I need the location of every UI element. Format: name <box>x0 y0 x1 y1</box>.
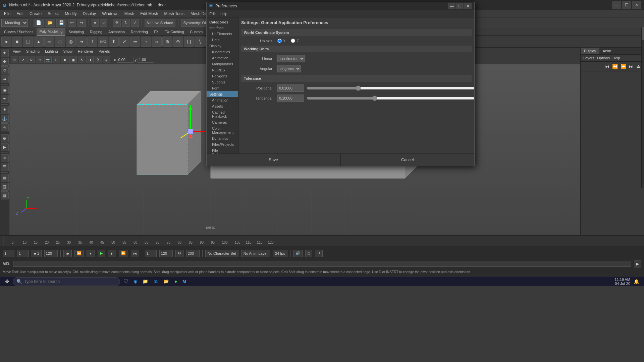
shelf-icon-plane[interactable]: ▭ <box>44 37 54 47</box>
pref-cat-assets[interactable]: Assets <box>207 103 238 109</box>
pref-cat-nurbs[interactable]: NURBS <box>207 67 238 73</box>
shelf-tab-custom[interactable]: Custom <box>187 28 205 36</box>
pref-cancel-btn[interactable]: Cancel <box>341 154 475 166</box>
vp-menu-show[interactable]: Show <box>61 49 75 54</box>
vpt-texture[interactable]: ▣ <box>69 56 77 63</box>
linear-select[interactable]: centimeter millimeter meter foot inch <box>277 55 305 62</box>
menu-select[interactable]: Select <box>45 10 61 17</box>
timeline[interactable]: 5 10 15 20 25 30 35 40 45 50 55 60 65 70… <box>0 235 644 246</box>
menu-mesh-tools[interactable]: Mesh Tools <box>162 10 187 17</box>
shelf-tab-rendering[interactable]: Rendering <box>128 28 151 36</box>
rotate-btn[interactable]: ↻ <box>122 19 130 27</box>
vpt-cam[interactable]: 📷 <box>44 56 52 63</box>
pref-cat-files[interactable]: Files/Projects <box>207 141 238 147</box>
pref-cat-font[interactable]: Font <box>207 85 238 91</box>
layers-btn[interactable]: ≡ <box>1 154 9 162</box>
anim-end-input[interactable] <box>159 250 173 257</box>
pref-cat-animation[interactable]: Animation <box>207 55 238 61</box>
vpt-light[interactable]: ☀ <box>78 56 85 63</box>
close-button[interactable]: ✕ <box>632 1 641 9</box>
files-btn[interactable]: 📂 <box>161 277 171 286</box>
shelf-icon-bridge[interactable]: ═ <box>130 37 140 47</box>
shelf-icon-pipe[interactable]: ◎ <box>66 37 76 47</box>
coord-y-input[interactable] <box>138 57 154 63</box>
vpt-wire[interactable]: □ <box>53 56 60 63</box>
menu-file[interactable]: File <box>1 10 13 17</box>
next-key-btn[interactable]: ⏵ <box>108 250 116 257</box>
vp-menu-view[interactable]: View <box>11 49 23 54</box>
shelf-icon-separate[interactable]: ⊖ <box>173 37 183 47</box>
pref-cat-help[interactable]: Help <box>207 37 238 43</box>
up-axis-y-radio[interactable] <box>277 39 282 43</box>
soft-select-btn[interactable]: ◉ <box>1 86 9 94</box>
go-start-btn[interactable]: ⏮ <box>63 250 72 257</box>
pref-cat-kinematics[interactable]: Kinematics <box>207 49 238 55</box>
fps-btn[interactable]: 24 fps <box>273 250 287 257</box>
vpt-translate[interactable]: ↗ <box>19 56 26 63</box>
ghost-btn[interactable]: □ <box>305 250 312 257</box>
chrome-btn[interactable]: ● <box>172 277 179 286</box>
redo-btn[interactable]: ↪ <box>77 19 86 27</box>
positional-input[interactable] <box>277 84 304 92</box>
vpt-xray[interactable]: X <box>95 56 102 63</box>
loop-btn[interactable]: ↺ <box>315 250 323 257</box>
menu-modify[interactable]: Modify <box>62 10 79 17</box>
node-editor-btn[interactable]: ▥ <box>1 183 9 191</box>
pref-minimize-btn[interactable]: — <box>448 3 455 9</box>
start-button[interactable]: ❖ <box>3 277 11 286</box>
uv-editor-btn[interactable]: ▦ <box>1 191 9 199</box>
rp-ctrl-fwd[interactable]: ⏭ <box>628 63 634 70</box>
rp-tab-display[interactable]: Display <box>581 48 599 54</box>
shelf-tab-fx[interactable]: FX <box>151 28 161 36</box>
shelf-icon-bool-union[interactable]: ⋃ <box>184 37 194 47</box>
vpt-solid[interactable]: ■ <box>61 56 68 63</box>
mode-dropdown[interactable]: Modeling <box>1 19 28 27</box>
next-frame-btn[interactable]: ⏩ <box>119 250 128 257</box>
move-mode-btn[interactable]: ✥ <box>1 58 9 66</box>
scrollbar-thumb[interactable] <box>642 27 644 40</box>
outliner-btn[interactable]: ▤ <box>1 174 9 182</box>
undo-btn[interactable]: ↩ <box>68 19 76 27</box>
rp-ctrl-next[interactable]: ⏩ <box>620 63 627 70</box>
edge-btn[interactable]: ◉ <box>131 277 139 286</box>
pref-cat-ui-elements[interactable]: UI Elements <box>207 31 238 37</box>
shelf-tab-curves[interactable]: Curves / Surfaces <box>1 28 36 36</box>
shelf-icon-cylinder[interactable]: ⎕ <box>23 37 33 47</box>
shelf-tab-poly[interactable]: Poly Modeling <box>37 28 65 36</box>
shelf-icon-text[interactable]: T <box>87 37 97 47</box>
shelf-icon-arrow[interactable]: ➜ <box>76 37 87 47</box>
positional-slider[interactable] <box>307 85 474 91</box>
play-btn[interactable]: ▶ <box>98 250 105 257</box>
menu-display[interactable]: Display <box>80 10 99 17</box>
keyframe-btn[interactable]: ■ 1 <box>32 250 42 257</box>
right-panel-scrollbar[interactable] <box>641 27 644 188</box>
store-btn[interactable]: 🛍 <box>152 277 160 286</box>
shelf-icon-extrude[interactable]: ⬆ <box>109 37 119 47</box>
explorer-btn[interactable]: 📁 <box>141 277 150 286</box>
shelf-icon-smooth[interactable]: ≈ <box>152 37 162 47</box>
shelf-icon-torus[interactable]: ◌ <box>55 37 65 47</box>
new-file-btn[interactable]: 📄 <box>34 19 44 27</box>
shelf-icon-cone[interactable]: ▲ <box>34 37 44 47</box>
snap-curve-btn[interactable]: ∿ <box>1 123 9 131</box>
angular-select[interactable]: degrees radians <box>277 65 301 72</box>
vpt-scale[interactable]: ⬌ <box>36 56 43 63</box>
menu-edit-mesh[interactable]: Edit Mesh <box>138 10 161 17</box>
minimize-button[interactable]: — <box>612 1 621 9</box>
rp-ctrl-back[interactable]: ⏪ <box>611 63 619 70</box>
prev-frame-btn[interactable]: ⏪ <box>74 250 84 257</box>
anim-options-btn[interactable]: ⚙ <box>175 250 183 257</box>
pref-cat-settings[interactable]: Settings <box>207 91 238 97</box>
pref-maximize-btn[interactable]: ☐ <box>456 3 464 9</box>
task-view-btn[interactable]: ♡ <box>121 277 130 286</box>
up-axis-z-label[interactable]: Z <box>291 39 299 43</box>
shelf-icon-bool-diff[interactable]: ∖ <box>195 37 205 47</box>
snap-grid-btn[interactable]: ⚓ <box>1 115 9 123</box>
menu-windows[interactable]: Windows <box>99 10 121 17</box>
tangential-slider[interactable] <box>307 96 474 101</box>
shelf-icon-bevel[interactable]: ⤢ <box>119 37 129 47</box>
pref-close-btn[interactable]: ✕ <box>464 3 472 9</box>
vpt-isolate[interactable]: ◎ <box>103 56 110 63</box>
no-anim-layer-btn[interactable]: No Anim Layer <box>241 250 270 257</box>
rp-ctrl-prev[interactable]: ⏮ <box>604 63 610 70</box>
